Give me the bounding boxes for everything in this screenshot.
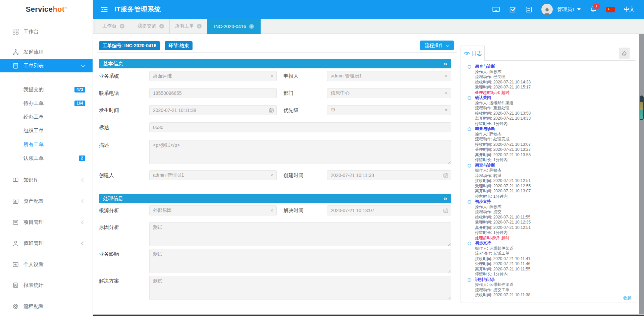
sidebar-subitem-all-tickets[interactable]: 所有工单: [0, 139, 93, 149]
screen-share-icon[interactable]: [492, 6, 500, 13]
log-entry-title: 调查与诊断: [475, 126, 631, 132]
log-entry-body: 操作人: 薛敏杰 流程动作: 处理完成 接收时间: 2020-07-21 10:…: [475, 132, 631, 163]
calendar-icon[interactable]: [269, 108, 274, 113]
sidebar-subitem-label: 认领工单: [23, 155, 44, 162]
approval-checkbox-icon[interactable]: [509, 6, 516, 13]
back-to-top-label: TOP: [622, 54, 627, 56]
resize-grip-icon[interactable]: [447, 296, 450, 299]
timeline-dot-icon: [468, 242, 471, 245]
notification-badge: 1: [593, 4, 600, 9]
log-entry: 确认关闭 操作人: 运维邮件渠道 流程动作: 重新处理 接收时间: 2020-0…: [468, 95, 631, 126]
resize-grip-icon[interactable]: [447, 160, 450, 164]
back-to-top-button[interactable]: TOP: [619, 48, 630, 59]
root-cause-field[interactable]: 外部原因 ✕: [149, 205, 277, 215]
sidebar-subitem-org[interactable]: 组织工单: [0, 126, 93, 136]
vertical-scrollbar-thumb[interactable]: [640, 96, 644, 120]
solve-time-field[interactable]: 2020-07-21 10:13:07: [327, 205, 451, 215]
sidebar-item-label: 工单列表: [23, 63, 44, 69]
priority-select[interactable]: 中: [327, 105, 451, 115]
clear-icon[interactable]: ✕: [270, 208, 273, 213]
chevron-left-icon: [81, 241, 85, 245]
business-system-field[interactable]: 桌面运维 ✕: [149, 71, 277, 81]
section-title: 处理信息: [103, 195, 123, 202]
title-field[interactable]: 0630: [149, 122, 451, 132]
sidebar-item-personal-settings[interactable]: 个人设置: [0, 259, 93, 270]
tab-log[interactable]: 日志: [461, 46, 485, 61]
clear-icon[interactable]: ✕: [445, 74, 448, 78]
close-icon[interactable]: ✕: [197, 24, 202, 28]
tab-ticket-inc-2020-0416[interactable]: INC-2020-0416 ✕: [207, 19, 261, 34]
tab-workbench[interactable]: 工作台 ✕: [95, 19, 132, 34]
toolbar-divider: [97, 52, 457, 53]
language-switch[interactable]: 中文: [624, 6, 635, 13]
registered-mark: ®: [64, 6, 67, 10]
user-menu[interactable]: 管理员1: [557, 6, 581, 13]
basic-info-section: 基本信息 » 业务系统 桌面运维 ✕ 申报人 admin-管理员1 ✕ 联系电话…: [99, 59, 451, 180]
log-entry-overtime: 处理超时标识: 超时: [475, 236, 631, 241]
sidebar-item-start-flow[interactable]: 发起流程: [0, 47, 93, 57]
sidebar-item-workbench[interactable]: 工作台: [0, 26, 93, 37]
tab-bar: 工作台 ✕ 我提交的 ✕ 所有工单 ✕ INC-2020-0416 ✕: [93, 19, 644, 34]
sidebar-subitem-todo[interactable]: 待办工单 164: [0, 98, 93, 108]
field-label: 原因分析: [99, 222, 149, 232]
occur-time-field[interactable]: 2020-07-21 10:11:38: [149, 105, 277, 115]
flag-star: ★: [607, 8, 610, 11]
close-icon[interactable]: ✕: [249, 24, 254, 29]
sidebar-item-flow-config[interactable]: 流程配置: [0, 301, 93, 312]
sidebar-subitem-claim[interactable]: 认领工单 2: [0, 153, 93, 163]
create-time-field[interactable]: 2020-07-21 10:11:38: [327, 170, 451, 180]
section-title: 基本信息: [103, 61, 123, 67]
vertical-scrollbar-track[interactable]: [639, 34, 644, 314]
tab-label: 我提交的: [138, 23, 156, 29]
reporter-field[interactable]: admin-管理员1 ✕: [327, 71, 451, 81]
log-entry-title: 识别与记录: [475, 277, 631, 282]
log-entry-title: 调查与诊断: [475, 64, 631, 69]
log-entry-title: 初步支持: [475, 199, 631, 204]
clear-icon[interactable]: ✕: [270, 74, 273, 78]
creator-field[interactable]: admin-管理员1 ✕: [149, 170, 277, 180]
avatar[interactable]: [541, 4, 553, 15]
grid-icon: [12, 28, 19, 35]
clear-icon[interactable]: ✕: [270, 173, 273, 178]
field-label: 联系电话: [99, 88, 149, 98]
description-textarea[interactable]: <p>测试</p>: [149, 140, 451, 164]
phone-field[interactable]: 18550096655: [149, 88, 277, 98]
calendar-icon[interactable]: [443, 208, 448, 213]
sidebar-subitem-handled[interactable]: 经办工单: [0, 112, 93, 122]
field-label: 描述: [99, 140, 149, 150]
person-icon: [12, 240, 19, 247]
sidebar-item-report-stats[interactable]: 报表统计: [0, 280, 93, 291]
collapse-log-link[interactable]: 收起: [623, 295, 631, 301]
calendar-icon[interactable]: [443, 173, 448, 178]
field-label: 业务影响: [99, 249, 149, 259]
tab-my-submitted[interactable]: 我提交的 ✕: [132, 19, 170, 34]
log-entry-body: 操作人: 运维邮件渠道 流程动作: 提交工单 接收时间: 2020-07-21 …: [475, 282, 631, 298]
collapse-section-icon[interactable]: »: [443, 60, 447, 67]
resize-grip-icon[interactable]: [447, 269, 450, 272]
business-impact-textarea[interactable]: 测试: [149, 249, 451, 273]
clear-icon[interactable]: ✕: [445, 91, 448, 96]
sidebar-item-ticket-list[interactable]: 工单列表: [0, 59, 93, 72]
sidebar-item-knowledge-base[interactable]: 知识库: [0, 175, 93, 185]
tab-all-tickets[interactable]: 所有工单 ✕: [170, 19, 207, 34]
cause-analysis-textarea[interactable]: 测试: [149, 222, 451, 246]
department-field[interactable]: 信息中心 ✕: [327, 88, 451, 98]
resize-grip-icon[interactable]: [447, 242, 450, 246]
task-list-icon[interactable]: [525, 6, 532, 13]
collapse-section-icon[interactable]: »: [443, 195, 447, 202]
field-label: 部门: [283, 88, 327, 98]
china-flag-icon[interactable]: ★: [606, 7, 615, 12]
sidebar-item-project-mgmt[interactable]: 项目管理: [0, 217, 93, 228]
sidebar-item-asset-config[interactable]: 资产配置: [0, 196, 93, 206]
notification-bell-icon[interactable]: 1: [590, 6, 597, 13]
process-action-button[interactable]: 流程操作: [420, 41, 454, 50]
brand-logo: Servicehot®: [0, 0, 93, 19]
report-icon: [12, 282, 19, 289]
solution-textarea[interactable]: 测试: [149, 276, 451, 300]
close-icon[interactable]: ✕: [159, 24, 164, 28]
collapse-menu-icon[interactable]: [100, 6, 108, 13]
sidebar-item-label: 资产配置: [23, 198, 44, 204]
sidebar-subitem-my-submitted[interactable]: 我提交的 473: [0, 84, 93, 94]
sidebar-item-duty-mgmt[interactable]: 值班管理: [0, 238, 93, 249]
close-icon[interactable]: ✕: [120, 24, 124, 28]
